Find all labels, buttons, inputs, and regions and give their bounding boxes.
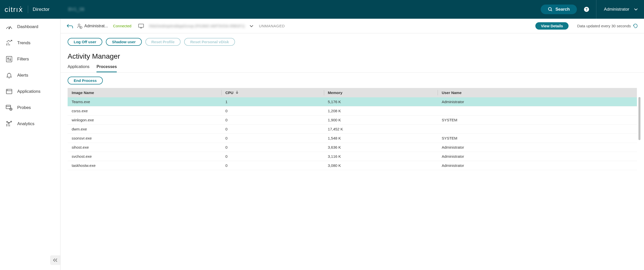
svg-point-0 — [549, 8, 552, 11]
search-icon — [548, 7, 553, 12]
header: citrıẋ Director BV1_08 Search ? Administ… — [0, 0, 644, 19]
app-name: Director — [33, 7, 50, 12]
header-brand: citrıẋ Director — [0, 0, 61, 19]
citrix-logo: citrıẋ — [5, 5, 23, 14]
chevron-down-icon — [634, 8, 638, 11]
help-icon[interactable]: ? — [584, 7, 589, 12]
admin-label: Administrator — [604, 7, 629, 12]
admin-menu[interactable]: Administrator — [596, 0, 638, 19]
brand-divider — [28, 6, 28, 13]
context-name-blur: BV1_08 — [68, 7, 84, 12]
search-button[interactable]: Search — [541, 5, 577, 14]
header-context: BV1_08 — [61, 7, 541, 12]
header-right: Search ? Administrator — [541, 0, 644, 19]
search-label: Search — [555, 7, 570, 12]
svg-line-1 — [551, 10, 552, 11]
